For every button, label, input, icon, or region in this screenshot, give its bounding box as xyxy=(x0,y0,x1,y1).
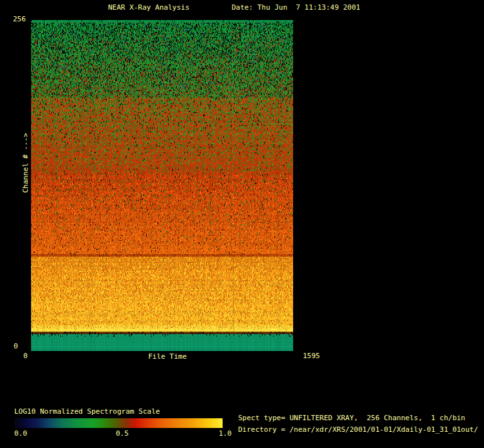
colorbar-gradient xyxy=(14,418,223,428)
near-xray-analysis-window: NEAR X-Ray Analysis Date: Thu Jun 7 11:1… xyxy=(0,0,484,448)
y-axis-min-label: 0 xyxy=(14,342,18,350)
y-axis-title: Channel # ---> xyxy=(21,133,30,193)
colorbar-tick-mid: 0.5 xyxy=(116,429,129,438)
page-title: NEAR X-Ray Analysis xyxy=(108,3,190,12)
directory-info: Directory = /near/xdr/XRS/2001/01-01/Xda… xyxy=(238,425,478,434)
colorbar-tick-max: 1.0 xyxy=(219,429,232,438)
spect-type-info: Spect type= UNFILTERED XRAY, 256 Channel… xyxy=(238,414,465,422)
x-axis-min-label: 0 xyxy=(23,352,28,360)
colorbar-tick-min: 0.0 xyxy=(14,429,27,438)
x-axis-title: File Time xyxy=(148,352,187,361)
header-date: Date: Thu Jun 7 11:13:49 2001 xyxy=(232,3,360,12)
y-axis-max-label: 256 xyxy=(13,15,26,23)
x-axis-max-label: 1595 xyxy=(303,352,320,360)
colorbar-title: LOG10 Normalized Spectrogram Scale xyxy=(14,407,160,416)
spectrogram-canvas xyxy=(31,20,293,351)
